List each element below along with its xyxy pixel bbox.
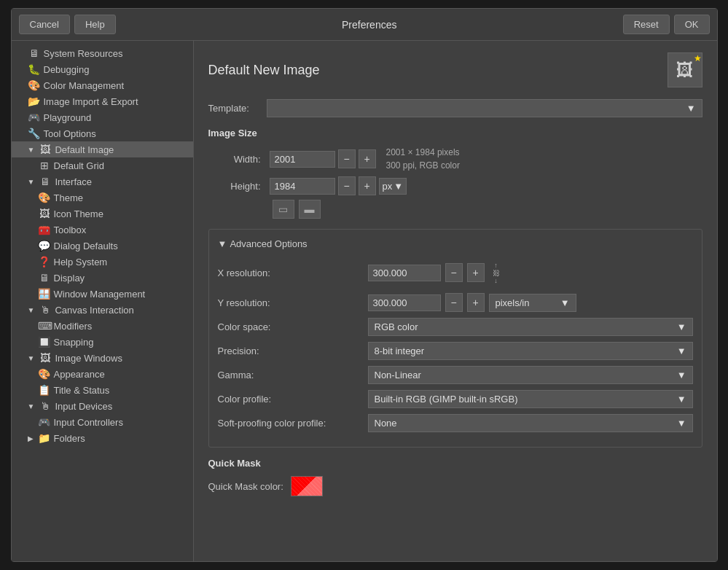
template-select[interactable]: ▼ — [267, 99, 702, 117]
main-panel: Default New Image 🖼 ★ Template: ▼ Image … — [194, 41, 717, 561]
sidebar: 🖥 System Resources 🐛 Debugging 🎨 Color M… — [12, 41, 194, 561]
sidebar-item-help-system[interactable]: ❓ Help System — [12, 254, 193, 270]
quick-mask-color-label: Quick Mask color: — [208, 481, 283, 492]
advanced-collapse-arrow: ▼ — [218, 238, 227, 249]
cancel-button[interactable]: Cancel — [19, 15, 70, 34]
canvas-interaction-arrow[interactable]: ▼ — [28, 306, 35, 314]
precision-select[interactable]: 8-bit integer ▼ — [368, 342, 693, 360]
ok-button[interactable]: OK — [674, 15, 710, 34]
sidebar-item-theme[interactable]: 🎨 Theme — [12, 190, 193, 206]
soft-proof-select[interactable]: None ▼ — [368, 414, 693, 432]
image-windows-arrow[interactable]: ▼ — [28, 354, 35, 362]
color-profile-arrow-icon: ▼ — [677, 394, 686, 405]
x-resolution-decrement[interactable]: − — [445, 263, 463, 282]
quick-mask-header: Quick Mask — [208, 458, 702, 469]
color-space-select[interactable]: RGB color ▼ — [368, 318, 693, 336]
default-image-arrow[interactable]: ▼ — [28, 146, 35, 154]
width-increment-button[interactable]: + — [359, 149, 376, 168]
system-resources-icon: 🖥 — [28, 47, 41, 59]
height-increment-button[interactable]: + — [359, 176, 376, 195]
sidebar-item-dialog-defaults[interactable]: 💬 Dialog Defaults — [12, 238, 193, 254]
precision-row: Precision: 8-bit integer ▼ — [218, 342, 693, 360]
height-decrement-button[interactable]: − — [338, 176, 356, 195]
sidebar-item-playground[interactable]: 🎮 Playground — [12, 109, 193, 125]
advanced-options-header[interactable]: ▼ Advanced Options — [218, 238, 693, 249]
help-button[interactable]: Help — [74, 15, 116, 34]
soft-proof-label: Soft-proofing color profile: — [218, 418, 364, 429]
portrait-button[interactable]: ▭ — [273, 200, 294, 219]
sidebar-item-appearance[interactable]: 🎨 Appearance — [12, 366, 193, 382]
y-resolution-input[interactable] — [368, 294, 441, 311]
sidebar-item-input-devices[interactable]: ▼ 🖱 Input Devices — [12, 398, 193, 414]
sidebar-item-snapping[interactable]: 🔲 Snapping — [12, 334, 193, 350]
folders-arrow[interactable]: ▶ — [28, 434, 34, 442]
y-resolution-decrement[interactable]: − — [445, 293, 463, 312]
advanced-options-section: ▼ Advanced Options X resolution: − + ↑ ⛓… — [208, 229, 702, 448]
color-management-icon: 🎨 — [28, 79, 41, 91]
interface-icon: 🖥 — [39, 176, 52, 187]
folders-icon: 📁 — [38, 432, 51, 444]
width-input[interactable] — [270, 151, 335, 168]
sidebar-item-interface[interactable]: ▼ 🖥 Interface — [12, 173, 193, 190]
input-devices-arrow[interactable]: ▼ — [28, 402, 35, 410]
x-resolution-input[interactable] — [368, 265, 441, 281]
resolution-unit-arrow-icon: ▼ — [560, 297, 570, 308]
sidebar-item-title-status[interactable]: 📋 Title & Status — [12, 382, 193, 398]
resolution-unit-select[interactable]: pixels/in ▼ — [489, 294, 576, 312]
dialog-defaults-icon: 💬 — [38, 240, 51, 251]
icon-theme-icon: 🖼 — [38, 208, 51, 219]
sidebar-item-debugging[interactable]: 🐛 Debugging — [12, 61, 193, 77]
help-system-icon: ❓ — [38, 256, 51, 268]
advanced-options-label: Advanced Options — [230, 238, 307, 249]
sidebar-item-default-image[interactable]: ▼ 🖼 Default Image — [12, 141, 193, 157]
canvas-interaction-icon: 🖱 — [39, 304, 52, 316]
window-management-icon: 🪟 — [38, 288, 51, 300]
soft-proof-row: Soft-proofing color profile: None ▼ — [218, 414, 693, 432]
sidebar-item-image-import-export[interactable]: 📂 Image Import & Export — [12, 93, 193, 109]
star-icon: ★ — [694, 53, 702, 63]
width-row: Width: − + 2001 × 1984 pixels 300 ppi, R… — [208, 146, 702, 172]
quick-mask-color-button[interactable] — [291, 476, 323, 496]
unit-select[interactable]: px ▼ — [379, 178, 407, 195]
color-space-row: Color space: RGB color ▼ — [218, 318, 693, 336]
sidebar-item-icon-theme[interactable]: 🖼 Icon Theme — [12, 206, 193, 222]
color-profile-select[interactable]: Built-in RGB (GIMP built-in sRGB) ▼ — [368, 390, 693, 408]
gamma-select[interactable]: Non-Linear ▼ — [368, 366, 693, 384]
interface-arrow[interactable]: ▼ — [28, 178, 35, 186]
sidebar-item-color-management[interactable]: 🎨 Color Management — [12, 77, 193, 93]
dialog-title: Preferences — [120, 19, 619, 31]
width-decrement-button[interactable]: − — [338, 149, 356, 168]
y-resolution-increment[interactable]: + — [467, 293, 485, 312]
sidebar-item-folders[interactable]: ▶ 📁 Folders — [12, 430, 193, 446]
x-resolution-increment[interactable]: + — [467, 263, 485, 282]
x-resolution-row: X resolution: − + ↑ ⛓ ↓ — [218, 258, 693, 287]
sidebar-item-input-controllers[interactable]: 🎮 Input Controllers — [12, 414, 193, 430]
sidebar-item-default-grid[interactable]: ⊞ Default Grid — [12, 157, 193, 173]
modifiers-icon: ⌨ — [38, 320, 51, 332]
sidebar-item-modifiers[interactable]: ⌨ Modifiers — [12, 318, 193, 334]
color-space-arrow-icon: ▼ — [677, 321, 686, 332]
tool-options-icon: 🔧 — [28, 128, 41, 139]
sidebar-item-toolbox[interactable]: 🧰 Toolbox — [12, 222, 193, 238]
sidebar-item-tool-options[interactable]: 🔧 Tool Options — [12, 125, 193, 141]
sidebar-item-system-resources[interactable]: 🖥 System Resources — [12, 45, 193, 61]
reset-button[interactable]: Reset — [623, 15, 670, 34]
default-image-icon: 🖼 — [39, 144, 52, 155]
default-grid-icon: ⊞ — [38, 160, 51, 171]
sidebar-item-display[interactable]: 🖥 Display — [12, 270, 193, 286]
image-size-section: Image Size Width: − + 2001 × 1984 pixels… — [208, 128, 702, 219]
sidebar-item-canvas-interaction[interactable]: ▼ 🖱 Canvas Interaction — [12, 302, 193, 318]
gamma-arrow-icon: ▼ — [677, 370, 686, 380]
content-area: 🖥 System Resources 🐛 Debugging 🎨 Color M… — [12, 41, 717, 561]
panel-icon: 🖼 ★ — [668, 52, 702, 87]
color-space-label: Color space: — [218, 321, 364, 332]
width-label: Width: — [208, 154, 267, 165]
orientation-row: ▭ ▬ — [273, 200, 702, 219]
y-resolution-row: Y resolution: − + pixels/in ▼ — [218, 293, 693, 312]
landscape-button[interactable]: ▬ — [299, 200, 321, 219]
theme-icon: 🎨 — [38, 192, 51, 203]
sidebar-item-image-windows[interactable]: ▼ 🖼 Image Windows — [12, 350, 193, 366]
height-input[interactable] — [270, 178, 335, 195]
toolbox-icon: 🧰 — [38, 224, 51, 235]
sidebar-item-window-management[interactable]: 🪟 Window Management — [12, 286, 193, 302]
